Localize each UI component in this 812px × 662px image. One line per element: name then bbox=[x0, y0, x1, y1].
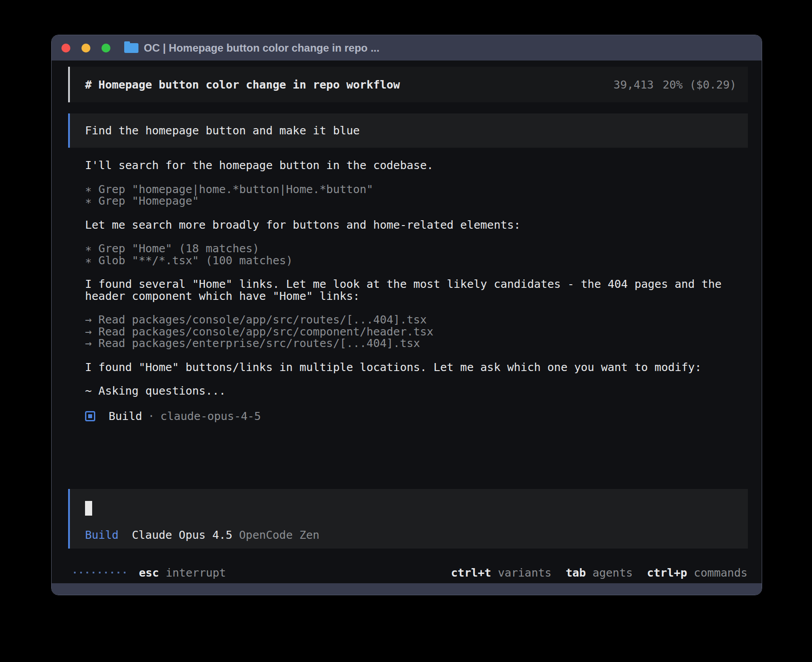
terminal-window: OC | Homepage button color change in rep… bbox=[51, 35, 762, 595]
shortcut-commands[interactable]: ctrl+pcommands bbox=[647, 566, 747, 579]
transcript-block: I found several "Home" links. Let me loo… bbox=[85, 279, 748, 302]
transcript-line: ∗ Grep "homepage|home.*button|Home.*butt… bbox=[85, 184, 748, 196]
titlebar[interactable]: OC | Homepage button color change in rep… bbox=[52, 35, 762, 61]
spinner-dot bbox=[99, 572, 101, 573]
shortcut-label: agents bbox=[593, 566, 633, 579]
transcript-line: header component which have "Home" links… bbox=[85, 291, 748, 303]
window-title: OC | Homepage button color change in rep… bbox=[144, 42, 379, 54]
session-header: # Homepage button color change in repo w… bbox=[68, 67, 748, 102]
input-modeline: Build Claude Opus 4.5 OpenCode Zen bbox=[85, 529, 748, 541]
transcript-block: I'll search for the homepage button in t… bbox=[85, 160, 748, 172]
transcript-line: → Read packages/console/app/src/componen… bbox=[85, 326, 748, 338]
transcript-line: I'll search for the homepage button in t… bbox=[85, 160, 748, 172]
shortcut-key: tab bbox=[566, 566, 586, 579]
agent-name: Build bbox=[109, 410, 142, 423]
spinner-dot bbox=[111, 572, 113, 573]
transcript-line: ∗ Grep "Home" (18 matches) bbox=[85, 243, 748, 255]
status-bar: esc interrupt ctrl+tvariantstabagentsctr… bbox=[74, 566, 747, 579]
transcript-line: ∗ Glob "**/*.tsx" (100 matches) bbox=[85, 255, 748, 267]
transcript-line: Let me search more broadly for buttons a… bbox=[85, 219, 748, 231]
token-count: 39,413 bbox=[613, 78, 654, 91]
transcript-line: ~ Asking questions... bbox=[85, 385, 748, 397]
spinner-dot bbox=[93, 572, 94, 573]
transcript-block: Let me search more broadly for buttons a… bbox=[85, 219, 748, 231]
esc-key[interactable]: esc bbox=[139, 566, 159, 579]
transcript-line: I found several "Home" links. Let me loo… bbox=[85, 279, 748, 291]
transcript-line: I found "Home" buttons/links in multiple… bbox=[85, 362, 748, 374]
spinner-dots bbox=[74, 572, 126, 573]
spinner-dot bbox=[74, 572, 76, 573]
folder-icon bbox=[124, 43, 138, 53]
status-left: esc interrupt bbox=[74, 566, 226, 579]
transcript-block: ~ Asking questions... bbox=[85, 385, 748, 397]
esc-label: interrupt bbox=[166, 566, 226, 579]
transcript-block: → Read packages/console/app/src/routes/[… bbox=[85, 314, 748, 350]
mode-label[interactable]: Build bbox=[85, 529, 118, 541]
shortcut-variants[interactable]: ctrl+tvariants bbox=[451, 566, 552, 579]
spinner-dot bbox=[118, 572, 119, 573]
shortcut-key: ctrl+t bbox=[451, 566, 491, 579]
agent-model: claude-opus-4-5 bbox=[160, 410, 261, 423]
transcript-line: → Read packages/console/app/src/routes/[… bbox=[85, 314, 748, 326]
transcript-block: ∗ Grep "homepage|home.*button|Home.*butt… bbox=[85, 184, 748, 207]
transcript: I'll search for the homepage button in t… bbox=[52, 148, 762, 397]
shortcut-agents[interactable]: tabagents bbox=[566, 566, 633, 579]
build-agent-icon bbox=[85, 411, 95, 421]
model-label[interactable]: Claude Opus 4.5 bbox=[132, 529, 232, 541]
shortcut-label: variants bbox=[498, 566, 551, 579]
maximize-button[interactable] bbox=[102, 44, 110, 52]
text-cursor bbox=[85, 501, 92, 516]
shortcut-key: ctrl+p bbox=[647, 566, 687, 579]
context-cost: 20% ($0.29) bbox=[662, 78, 736, 91]
minimize-button[interactable] bbox=[81, 44, 90, 52]
transcript-line: → Read packages/enterprise/src/routes/[.… bbox=[85, 338, 748, 350]
transcript-block: ∗ Grep "Home" (18 matches)∗ Glob "**/*.t… bbox=[85, 243, 748, 266]
session-stats: 39,413 20% ($0.29) bbox=[613, 78, 736, 91]
window-footer bbox=[52, 583, 762, 595]
provider-label: OpenCode Zen bbox=[239, 529, 320, 541]
transcript-line: ∗ Grep "Homepage" bbox=[85, 195, 748, 207]
spinner-dot bbox=[124, 572, 126, 573]
spinner-dot bbox=[80, 572, 82, 573]
user-message-text: Find the homepage button and make it blu… bbox=[85, 124, 360, 137]
user-message: Find the homepage button and make it blu… bbox=[68, 113, 748, 148]
spinner-dot bbox=[86, 572, 88, 573]
shortcut-label: commands bbox=[694, 566, 747, 579]
spinner-dot bbox=[105, 572, 107, 573]
badge-separator: · bbox=[148, 410, 154, 423]
session-title: # Homepage button color change in repo w… bbox=[85, 78, 400, 91]
close-button[interactable] bbox=[61, 44, 70, 52]
traffic-lights bbox=[61, 44, 110, 52]
status-shortcuts: ctrl+tvariantstabagentsctrl+pcommands bbox=[451, 566, 747, 579]
prompt-input[interactable]: Build Claude Opus 4.5 OpenCode Zen bbox=[68, 489, 748, 549]
terminal-content: # Homepage button color change in repo w… bbox=[52, 61, 762, 583]
agent-badge: Build · claude-opus-4-5 bbox=[52, 410, 762, 423]
transcript-block: I found "Home" buttons/links in multiple… bbox=[85, 362, 748, 374]
